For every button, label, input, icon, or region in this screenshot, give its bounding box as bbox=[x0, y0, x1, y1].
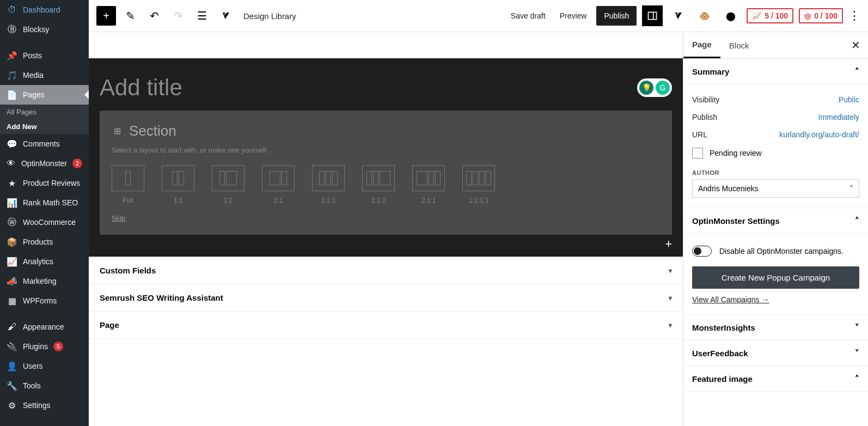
panel-monsterinsights[interactable]: MonsterInsights˅ bbox=[683, 315, 868, 340]
main-area: + ✎ ↶ ↷ ☰ Design Library Save draft Prev… bbox=[89, 0, 868, 426]
seo-score-2[interactable]: ◎0 / 100 bbox=[799, 8, 843, 23]
view-all-campaigns-link[interactable]: View All Campaigns → bbox=[692, 295, 769, 304]
chevron-down-icon: ˅ bbox=[855, 348, 859, 358]
layout-label: 1:1:1:1 bbox=[469, 197, 489, 204]
admin-sidebar: ⏱DashboardⒷBlocksy📌Posts🎵Media📄PagesAll … bbox=[0, 0, 89, 426]
sidebar-item-users[interactable]: 👤Users bbox=[0, 356, 89, 376]
plugins-icon: 🔌 bbox=[7, 341, 17, 352]
page-icon: 📄 bbox=[7, 89, 17, 100]
appearance-icon: 🖌 bbox=[7, 321, 17, 332]
create-popup-button[interactable]: Create New Popup Campaign bbox=[692, 266, 859, 289]
layout-option-1-2[interactable]: 1:2 bbox=[212, 165, 244, 204]
design-library-link[interactable]: Design Library bbox=[243, 11, 296, 21]
skip-link[interactable]: Skip bbox=[112, 214, 125, 222]
sidebar-item-label: WPForms bbox=[23, 296, 57, 305]
author-select[interactable]: Andris Mucenieks˅ bbox=[692, 179, 859, 198]
sidebar-item-analytics[interactable]: 📈Analytics bbox=[0, 252, 89, 271]
plugin-icon-3[interactable]: ⬤ bbox=[720, 5, 741, 26]
layout-option-2-1-1[interactable]: 2:1:1 bbox=[412, 165, 445, 204]
save-draft-button[interactable]: Save draft bbox=[506, 8, 550, 23]
sidebar-item-plugins[interactable]: 🔌Plugins5 bbox=[0, 337, 89, 356]
url-value[interactable]: kurlandly.org/auto-draft/ bbox=[779, 130, 859, 139]
layout-label: 1:1 bbox=[174, 197, 183, 204]
publish-value[interactable]: Immediately bbox=[818, 113, 859, 121]
sidebar-item-settings[interactable]: ⚙Settings bbox=[0, 395, 89, 415]
sidebar-item-products[interactable]: 📦Products bbox=[0, 232, 89, 252]
sidebar-item-woocommerce[interactable]: ⓦWooCommerce bbox=[0, 212, 89, 232]
dashboard-icon: ⏱ bbox=[7, 4, 17, 15]
sidebar-item-product-reviews[interactable]: ★Product Reviews bbox=[0, 173, 89, 193]
sidebar-item-media[interactable]: 🎵Media bbox=[0, 65, 89, 85]
sidebar-item-label: Analytics bbox=[23, 257, 53, 266]
sidebar-item-posts[interactable]: 📌Posts bbox=[0, 46, 89, 65]
author-heading: AUTHOR bbox=[692, 169, 859, 176]
sidebar-item-tools[interactable]: 🔧Tools bbox=[0, 376, 89, 395]
page-title-input[interactable]: Add title bbox=[100, 75, 182, 101]
sidebar-item-pages[interactable]: 📄Pages bbox=[0, 85, 89, 105]
publish-label: Publish bbox=[692, 113, 717, 121]
panel-userfeedback[interactable]: UserFeedback˅ bbox=[683, 340, 868, 366]
sidebar-item-label: WooCommerce bbox=[23, 218, 76, 227]
plugin-icon-1[interactable] bbox=[668, 5, 689, 26]
plugin-icon-2[interactable]: 🐵 bbox=[694, 5, 715, 26]
meta-panel-page[interactable]: Page▾ bbox=[89, 312, 683, 339]
sidebar-item-blocksy[interactable]: ⒷBlocksy bbox=[0, 20, 89, 39]
sidebar-item-label: Appearance bbox=[23, 322, 64, 331]
sidebar-item-dashboard[interactable]: ⏱Dashboard bbox=[0, 0, 89, 20]
products-icon: 📦 bbox=[7, 236, 17, 247]
pending-review-checkbox[interactable] bbox=[692, 148, 703, 159]
undo-button[interactable]: ↶ bbox=[144, 6, 164, 26]
url-label: URL bbox=[692, 130, 707, 139]
chevron-up-icon: ˄ bbox=[855, 374, 859, 384]
pending-review-label: Pending review bbox=[710, 149, 762, 157]
meta-panel-custom-fields[interactable]: Custom Fields▾ bbox=[89, 257, 683, 284]
layout-option-Full[interactable]: Full bbox=[112, 165, 144, 204]
layout-label: 1:2 bbox=[224, 197, 233, 204]
panel-featured-image[interactable]: Featured image˄ bbox=[683, 366, 868, 392]
analytics-icon: 📈 bbox=[7, 256, 17, 267]
sidebar-item-comments[interactable]: 💬Comments bbox=[0, 134, 89, 154]
layout-option-2-1[interactable]: 2:1 bbox=[262, 165, 295, 204]
sidebar-item-label: OptinMonster bbox=[21, 159, 67, 168]
sidebar-item-label: Plugins bbox=[23, 342, 48, 351]
more-menu[interactable]: ⋮ bbox=[848, 9, 860, 23]
grammarly-icon[interactable]: G bbox=[656, 81, 670, 95]
outline-button[interactable]: ☰ bbox=[192, 6, 212, 26]
layout-option-1-1-1-1[interactable]: 1:1:1:1 bbox=[462, 165, 495, 204]
meta-panel-semrush-seo-writing-assistant[interactable]: Semrush SEO Writing Assistant▾ bbox=[89, 284, 683, 312]
layout-option-1-1[interactable]: 1:1 bbox=[162, 165, 194, 204]
optinmonster-header[interactable]: OptinMonster Settings ˄ bbox=[683, 208, 868, 234]
tab-block[interactable]: Block bbox=[720, 33, 758, 58]
layout-label: 2:1:1 bbox=[421, 197, 436, 204]
sidebar-sub-all-pages[interactable]: All Pages bbox=[0, 105, 89, 119]
sidebar-item-optinmonster[interactable]: 👁OptinMonster2 bbox=[0, 154, 89, 173]
layout-option-1-1-2[interactable]: 1:1:2 bbox=[362, 165, 395, 204]
disable-campaigns-toggle[interactable] bbox=[692, 246, 712, 257]
layout-option-1-1-1[interactable]: 1:1:1 bbox=[312, 165, 345, 204]
sidebar-item-rank-math-seo[interactable]: 📊Rank Math SEO bbox=[0, 193, 89, 212]
publish-button[interactable]: Publish bbox=[596, 6, 637, 26]
section-block: ⊞ Section Select a layout to start with,… bbox=[100, 111, 672, 235]
settings-panel-toggle[interactable] bbox=[642, 5, 663, 26]
tab-page[interactable]: Page bbox=[683, 32, 720, 58]
edit-icon[interactable]: ✎ bbox=[120, 6, 140, 26]
sidebar-item-label: Product Reviews bbox=[23, 179, 80, 187]
sidebar-item-appearance[interactable]: 🖌Appearance bbox=[0, 317, 89, 337]
sidebar-item-marketing[interactable]: 📣Marketing bbox=[0, 271, 89, 291]
preview-button[interactable]: Preview bbox=[555, 8, 591, 23]
chevron-down-icon: ▾ bbox=[669, 267, 672, 275]
sidebar-sub-add-new[interactable]: Add New bbox=[0, 119, 89, 134]
design-library-icon[interactable] bbox=[216, 6, 236, 26]
redo-button[interactable]: ↷ bbox=[168, 6, 188, 26]
sidebar-item-wpforms[interactable]: ▦WPForms bbox=[0, 291, 89, 311]
chevron-down-icon: ▾ bbox=[669, 294, 672, 302]
idea-icon[interactable]: 💡 bbox=[639, 81, 653, 95]
sidebar-item-label: Comments bbox=[23, 139, 60, 148]
add-block-button[interactable]: + bbox=[96, 6, 116, 26]
visibility-value[interactable]: Public bbox=[839, 95, 859, 104]
close-sidebar-button[interactable]: ✕ bbox=[843, 39, 868, 52]
summary-header[interactable]: Summary ˄ bbox=[683, 59, 868, 84]
chart-icon: 📈 bbox=[752, 11, 761, 20]
append-block-button[interactable]: + bbox=[665, 237, 672, 251]
seo-score-1[interactable]: 📈5 / 100 bbox=[747, 8, 793, 23]
